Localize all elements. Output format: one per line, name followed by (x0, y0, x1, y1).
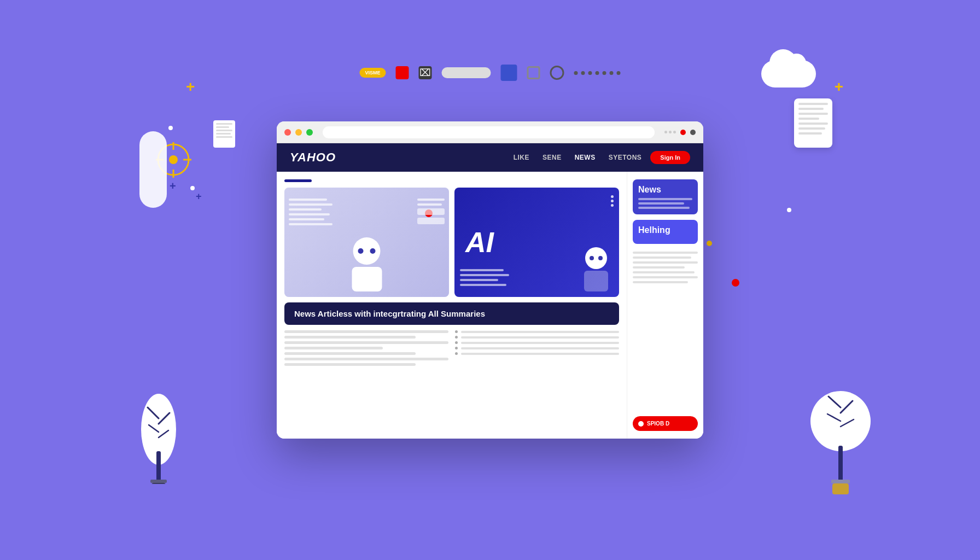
plus-yellow-top-right: + (835, 79, 843, 95)
minimize-dot (295, 129, 302, 136)
article-main: AI (277, 172, 627, 439)
bottom-lines (284, 330, 619, 431)
article-cards-row: AI (284, 188, 619, 297)
maximize-dot (306, 129, 313, 136)
nav-item-sene[interactable]: SENE (542, 154, 562, 161)
nav-item-news[interactable]: NEWS (575, 154, 596, 161)
red-dot-deco (732, 279, 739, 287)
toolbar-area: VISME ⌧ (359, 65, 620, 81)
plus-blue-mid-left2: + (196, 191, 202, 201)
sidebar-action-button[interactable]: SPIOB D (633, 416, 698, 431)
sidebar-news-title: News (638, 185, 692, 195)
plus-yellow-top-left: + (186, 79, 195, 95)
headline-banner: News Articless with intecgrtrating All S… (284, 302, 619, 325)
robot-anchor-left (352, 237, 382, 291)
highlight-bar (284, 179, 312, 182)
browser-camera-dot (680, 130, 686, 135)
sidebar-news-card[interactable]: News (633, 179, 698, 214)
svg-rect-7 (156, 451, 161, 481)
svg-rect-21 (832, 483, 849, 494)
white-dot-4 (787, 208, 791, 212)
doc-card-right (794, 98, 832, 148)
ai-card-lines (460, 269, 509, 286)
cloud-decoration (761, 60, 816, 88)
browser-dot-dark (690, 130, 696, 135)
address-bar[interactable] (323, 126, 655, 138)
article-card-left[interactable] (284, 188, 449, 297)
tree-left (137, 386, 180, 486)
svg-rect-13 (151, 483, 166, 484)
toolbar-icon-red (396, 66, 409, 79)
svg-rect-20 (831, 480, 850, 483)
oval-decoration-left (139, 131, 167, 208)
browser-extra-dots (664, 131, 676, 133)
yahoo-nav: LIKE SENE NEWS SYETONS (514, 154, 642, 161)
action-btn-dot (638, 421, 644, 427)
sidebar-helhing-card[interactable]: Helhing (633, 220, 698, 244)
sidebar-helhing-title: Helhing (638, 225, 692, 235)
action-btn-label: SPIOB D (647, 421, 669, 427)
svg-rect-15 (838, 446, 843, 481)
plus-blue-mid-left: + (170, 180, 176, 191)
article-card-right[interactable]: AI (454, 188, 619, 297)
yahoo-content: AI (277, 172, 703, 439)
browser-window: YAHOO LIKE SENE NEWS SYETONS Sign In (277, 121, 703, 439)
toolbar-icon-outline-box (527, 66, 540, 79)
sidebar: News Helhing (627, 172, 703, 439)
white-dot-1 (168, 126, 173, 130)
ai-robot-figure (584, 247, 608, 291)
white-dot-2 (190, 186, 195, 190)
sidebar-news-lines (638, 198, 692, 209)
sidebar-divider (633, 249, 698, 285)
toolbar-icon-crop: ⌧ (419, 66, 432, 79)
toolbar-search-bar[interactable] (442, 67, 491, 78)
svg-rect-12 (150, 480, 167, 483)
toolbar-badge[interactable]: VISME (359, 68, 386, 78)
ai-label-text: AI (465, 226, 494, 259)
doc-icon-small (213, 120, 235, 148)
svg-point-1 (169, 155, 178, 164)
toolbar-icon-blue-doc (501, 65, 517, 81)
tree-right (808, 380, 873, 497)
toolbar-cog-icon (550, 66, 564, 80)
toolbar-dots-row (574, 71, 621, 75)
browser-chrome (277, 121, 703, 143)
close-dot (284, 129, 291, 136)
yahoo-logo: YAHOO (290, 150, 336, 165)
signin-button[interactable]: Sign In (650, 151, 690, 164)
orange-dot-1 (707, 241, 712, 246)
yahoo-header: YAHOO LIKE SENE NEWS SYETONS Sign In (277, 143, 703, 172)
nav-item-syetons[interactable]: SYETONS (609, 154, 642, 161)
nav-item-like[interactable]: LIKE (514, 154, 529, 161)
card-left-lines (289, 199, 332, 225)
